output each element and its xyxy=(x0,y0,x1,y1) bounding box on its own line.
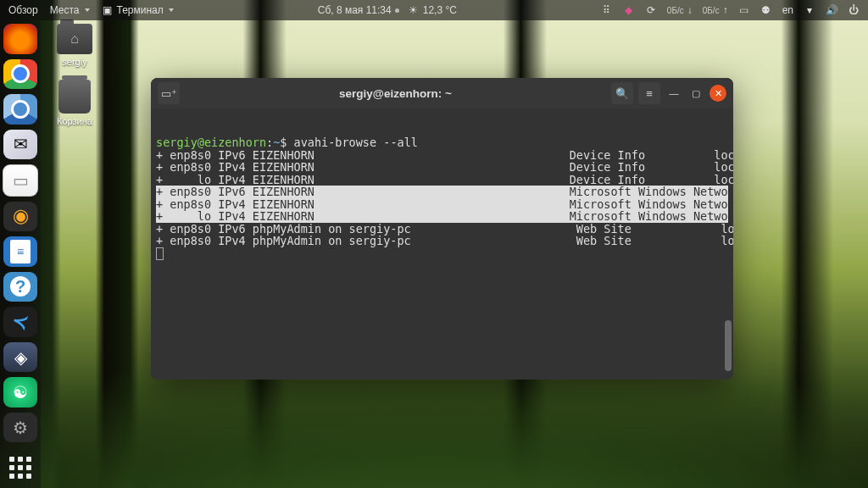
activities-button[interactable]: Обзор xyxy=(8,4,38,16)
trash-icon[interactable]: Корзина xyxy=(47,80,102,127)
minimize-icon: — xyxy=(670,88,679,98)
net-up-label: 0Б/с xyxy=(703,6,720,15)
maximize-button[interactable]: ▢ xyxy=(687,85,704,102)
terminal-menu-label: Терминал xyxy=(117,4,164,16)
prompt-sep: : xyxy=(266,136,273,149)
command-text: avahi-browse --all xyxy=(294,136,418,149)
cursor-line xyxy=(156,247,728,260)
home-glyph-icon: ⌂ xyxy=(57,24,92,54)
dock-app-rhythmbox[interactable]: ◉ xyxy=(3,202,37,232)
volume-icon[interactable]: 🔊 xyxy=(826,4,837,16)
question-icon: ? xyxy=(10,276,31,297)
dock-app-firefox[interactable] xyxy=(3,24,37,54)
speaker-icon: ◉ xyxy=(13,205,29,227)
weather-label: 12,3 °C xyxy=(423,4,457,16)
chevron-down-icon xyxy=(85,8,90,12)
weather-indicator[interactable]: ☀ 12,3 °C xyxy=(408,4,457,16)
home-folder-label: sergiy xyxy=(58,56,90,68)
terminal-icon: ▣ xyxy=(102,4,114,16)
net-down-label: 0Б/с xyxy=(667,6,684,15)
dock-app-writer[interactable]: ≡ xyxy=(3,236,37,267)
menu-button[interactable]: ≡ xyxy=(638,82,660,104)
terminal-app-menu[interactable]: ▣ Терминал xyxy=(102,4,174,16)
show-applications-button[interactable] xyxy=(3,452,37,483)
places-label: Места xyxy=(50,4,80,16)
search-button[interactable]: 🔍 xyxy=(611,82,633,104)
output-line: + lo IPv4 EIZENHORN Device Info local xyxy=(156,174,728,186)
envelope-icon: ✉ xyxy=(14,134,28,154)
dock-app-chromium[interactable] xyxy=(3,94,37,125)
terminal-titlebar[interactable]: ▭⁺ sergiy@eizenhorn: ~ 🔍 ≡ — ▢ ✕ xyxy=(151,78,733,108)
dock-app-vscode[interactable]: ≺ xyxy=(3,307,37,337)
swirl-icon: ☯ xyxy=(13,382,28,402)
trash-label: Корзина xyxy=(53,115,96,127)
new-tab-button[interactable]: ▭⁺ xyxy=(158,82,180,104)
hamburger-icon: ≡ xyxy=(646,87,653,100)
arrow-down-icon: ↓ xyxy=(687,4,693,16)
home-folder-icon[interactable]: ⌂ sergiy xyxy=(47,24,102,68)
datetime-label: Сб, 8 мая 11:34 xyxy=(318,4,392,16)
output-line: + enp8s0 IPv6 EIZENHORN Microsoft Window… xyxy=(156,186,728,198)
output-line: + enp8s0 IPv6 EIZENHORN Device Info loca… xyxy=(156,149,728,162)
output-line: + lo IPv4 EIZENHORN Microsoft Windows Ne… xyxy=(156,210,728,223)
steam-icon: ⚙ xyxy=(13,418,28,438)
desktop-icons: ⌂ sergiy Корзина xyxy=(47,24,102,127)
search-icon: 🔍 xyxy=(615,87,629,100)
cursor-icon xyxy=(156,247,164,260)
cube-icon: ◈ xyxy=(14,347,27,368)
prompt-line: sergiy@eizenhorn:~$ avahi-browse --all xyxy=(156,136,728,149)
dock-app-chrome[interactable] xyxy=(3,59,37,90)
prompt-user: sergiy@eizenhorn xyxy=(156,136,266,149)
net-down-indicator[interactable]: 0Б/с ↓ xyxy=(667,4,693,16)
document-icon: ≡ xyxy=(10,240,31,263)
minimize-button[interactable]: — xyxy=(665,85,682,102)
output-line: + enp8s0 IPv4 phpMyAdmin on sergiy-pc We… xyxy=(156,235,728,247)
sync-icon[interactable]: ⟳ xyxy=(645,4,657,16)
scrollbar-thumb[interactable] xyxy=(725,320,732,371)
net-up-indicator[interactable]: 0Б/с ↑ xyxy=(703,4,728,16)
clipboard-icon[interactable]: ▭ xyxy=(738,4,750,16)
dock-app-files[interactable]: ▭ xyxy=(3,164,38,197)
trash-bin-icon xyxy=(58,80,91,114)
power-icon[interactable]: ⏻ xyxy=(848,4,860,16)
dock-app-steam[interactable]: ⚙ xyxy=(3,413,37,443)
close-icon: ✕ xyxy=(715,88,722,99)
terminal-window: ▭⁺ sergiy@eizenhorn: ~ 🔍 ≡ — ▢ ✕ sergiy@… xyxy=(151,78,733,380)
top-panel: Обзор Места ▣ Терминал Сб, 8 мая 11:34 ☀… xyxy=(0,0,868,20)
dock-app-remote[interactable]: ☯ xyxy=(3,377,37,408)
folder-icon: ▭ xyxy=(13,170,29,191)
dock-app-help[interactable]: ? xyxy=(3,272,37,302)
vscode-icon: ≺ xyxy=(10,309,31,335)
dock-app-virtualbox[interactable]: ◈ xyxy=(3,342,37,373)
terminal-title: sergiy@eizenhorn: ~ xyxy=(185,87,606,100)
wifi-icon[interactable]: ▾ xyxy=(804,4,815,16)
output-line: + enp8s0 IPv4 EIZENHORN Microsoft Window… xyxy=(156,198,728,211)
output-line: + enp8s0 IPv6 phpMyAdmin on sergiy-pc We… xyxy=(156,223,728,236)
close-button[interactable]: ✕ xyxy=(709,85,726,102)
places-menu[interactable]: Места xyxy=(50,4,90,16)
folder-icon: ⌂ xyxy=(57,24,92,54)
extension-icon[interactable]: ⠿ xyxy=(601,4,613,16)
tab-plus-icon: ▭⁺ xyxy=(161,87,177,100)
output-line: + enp8s0 IPv4 EIZENHORN Device Info loca… xyxy=(156,161,728,174)
notification-dot-icon xyxy=(395,8,399,13)
keyboard-layout[interactable]: en xyxy=(782,4,793,16)
indicator-pink-icon[interactable]: ◆ xyxy=(623,4,635,16)
dock: ✉ ▭ ◉ ≡ ? ≺ ◈ ☯ ⚙ xyxy=(0,20,41,488)
prompt-end: $ xyxy=(280,136,293,149)
dock-app-mail[interactable]: ✉ xyxy=(3,130,37,160)
terminal-body[interactable]: sergiy@eizenhorn:~$ avahi-browse --all+ … xyxy=(151,108,733,380)
weather-icon: ☀ xyxy=(408,4,420,16)
accessibility-icon[interactable]: ⚉ xyxy=(760,4,772,16)
maximize-icon: ▢ xyxy=(692,88,700,99)
clock[interactable]: Сб, 8 мая 11:34 xyxy=(318,4,399,16)
arrow-up-icon: ↑ xyxy=(723,4,728,16)
